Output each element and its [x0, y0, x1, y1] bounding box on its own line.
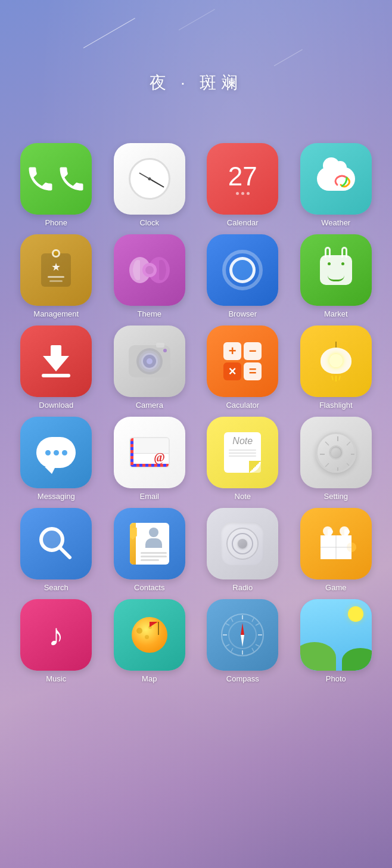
svg-point-15	[340, 526, 349, 536]
management-icon[interactable]: ★	[20, 234, 92, 306]
search-label: Search	[44, 583, 69, 592]
app-contacts[interactable]: Contacts	[105, 508, 194, 592]
svg-line-24	[252, 618, 254, 622]
app-map[interactable]: Map	[105, 599, 194, 683]
radio-icon[interactable]	[207, 508, 278, 579]
note-icon[interactable]: Note	[207, 417, 278, 488]
compass-icon[interactable]	[207, 599, 278, 671]
svg-line-29	[256, 624, 259, 625]
app-management[interactable]: ★ Management	[12, 234, 101, 318]
map-icon[interactable]	[114, 599, 185, 671]
svg-line-27	[256, 644, 259, 646]
radio-label: Radio	[232, 583, 253, 592]
app-grid: Phone Clock 27 Calendar	[0, 143, 392, 683]
svg-point-14	[323, 526, 332, 536]
app-email[interactable]: @ Email	[105, 417, 194, 501]
svg-line-9	[347, 463, 350, 467]
app-music[interactable]: ♪ Music	[12, 599, 101, 683]
contacts-label: Contacts	[134, 583, 164, 592]
theme-label: Theme	[138, 309, 161, 318]
setting-label: Setting	[324, 492, 348, 501]
messaging-icon[interactable]	[20, 417, 92, 488]
camera-label: Camera	[136, 401, 163, 410]
svg-line-28	[226, 624, 229, 625]
contacts-icon[interactable]	[114, 508, 185, 579]
clock-icon[interactable]	[114, 143, 185, 215]
browser-icon[interactable]	[207, 234, 278, 306]
svg-marker-33	[241, 635, 244, 647]
app-messaging[interactable]: Messaging	[12, 417, 101, 501]
svg-line-25	[231, 618, 233, 622]
app-flashlight[interactable]: Flashlight	[292, 326, 381, 410]
app-market[interactable]: Market	[292, 234, 381, 318]
svg-marker-32	[241, 623, 244, 635]
map-label: Map	[142, 674, 157, 683]
app-note[interactable]: Note Note	[198, 417, 287, 501]
clock-label: Clock	[139, 218, 159, 227]
management-label: Management	[33, 309, 79, 318]
svg-line-8	[325, 442, 329, 445]
svg-line-13	[60, 547, 70, 557]
photo-label: Photo	[326, 674, 346, 683]
page-title: 夜 · 斑斓	[0, 72, 392, 94]
download-icon[interactable]	[20, 326, 92, 397]
weather-icon[interactable]	[300, 143, 372, 215]
flashlight-label: Flashlight	[319, 401, 353, 410]
calendar-day: 27	[228, 163, 257, 190]
app-browser[interactable]: Browser	[198, 234, 287, 318]
calendar-icon[interactable]: 27	[207, 143, 278, 215]
phone-icon[interactable]	[20, 143, 92, 215]
app-calendar[interactable]: 27 Calendar	[198, 143, 287, 227]
app-compass[interactable]: Compass	[198, 599, 287, 683]
weather-label: Weather	[321, 218, 350, 227]
app-calculator[interactable]: + − × = Caculator	[198, 326, 287, 410]
market-icon[interactable]	[300, 234, 372, 306]
email-icon[interactable]: @	[114, 417, 185, 488]
app-game[interactable]: Game	[292, 508, 381, 592]
svg-line-26	[226, 644, 229, 646]
photo-icon[interactable]	[300, 599, 372, 671]
app-download[interactable]: Download	[12, 326, 101, 410]
note-label: Note	[235, 492, 251, 501]
flashlight-icon[interactable]	[300, 326, 372, 397]
app-clock[interactable]: Clock	[105, 143, 194, 227]
browser-label: Browser	[228, 309, 257, 318]
app-search[interactable]: Search	[12, 508, 101, 592]
app-camera[interactable]: Camera	[105, 326, 194, 410]
calculator-icon[interactable]: + − × =	[207, 326, 278, 397]
calendar-label: Calendar	[227, 218, 259, 227]
svg-line-31	[231, 648, 233, 652]
game-label: Game	[325, 583, 346, 592]
messaging-label: Messaging	[38, 492, 75, 501]
svg-line-30	[252, 648, 254, 652]
svg-line-10	[347, 442, 350, 445]
app-phone[interactable]: Phone	[12, 143, 101, 227]
theme-icon[interactable]	[114, 234, 185, 306]
download-label: Download	[39, 401, 73, 410]
app-theme[interactable]: Theme	[105, 234, 194, 318]
phone-label: Phone	[45, 218, 67, 227]
app-photo[interactable]: Photo	[292, 599, 381, 683]
game-icon[interactable]	[300, 508, 372, 579]
compass-label: Compass	[226, 674, 259, 683]
app-setting[interactable]: Setting	[292, 417, 381, 501]
search-icon[interactable]	[20, 508, 92, 579]
camera-icon[interactable]	[114, 326, 185, 397]
calculator-label: Caculator	[226, 401, 259, 410]
market-label: Market	[324, 309, 348, 318]
music-label: Music	[46, 674, 66, 683]
setting-icon[interactable]	[300, 417, 372, 488]
svg-point-3	[145, 266, 154, 274]
email-label: Email	[139, 492, 159, 501]
app-weather[interactable]: Weather	[292, 143, 381, 227]
svg-line-11	[325, 463, 329, 467]
app-radio[interactable]: Radio	[198, 508, 287, 592]
music-icon[interactable]: ♪	[20, 599, 92, 671]
